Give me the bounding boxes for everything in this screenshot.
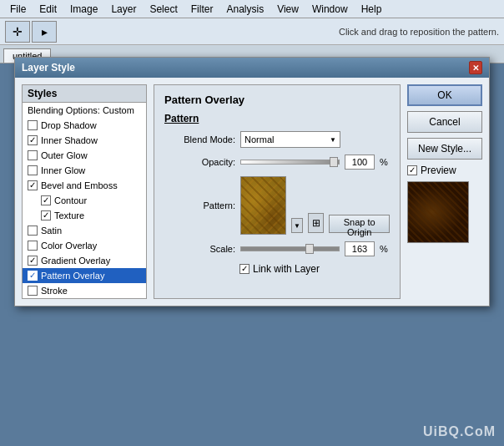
style-bevel-emboss[interactable]: ✓ Bevel and Emboss	[23, 178, 146, 193]
blend-mode-value: Normal	[244, 134, 274, 144]
blending-options-label: Blending Options: Custom	[28, 105, 134, 115]
style-color-overlay[interactable]: Color Overlay	[23, 238, 146, 253]
snap-origin-button[interactable]: Snap to Origin	[329, 215, 390, 233]
scale-label: Scale:	[164, 244, 235, 254]
blend-mode-label: Blend Mode:	[164, 134, 235, 144]
contour-label: Contour	[54, 195, 87, 205]
blending-options-item[interactable]: Blending Options: Custom	[23, 103, 146, 118]
style-contour[interactable]: ✓ Contour	[23, 193, 146, 208]
inner-glow-label: Inner Glow	[41, 165, 85, 175]
inner-glow-checkbox[interactable]	[28, 165, 38, 175]
opacity-unit: %	[380, 157, 390, 167]
inner-shadow-checkbox[interactable]: ✓	[28, 135, 38, 145]
menu-layer[interactable]: Layer	[104, 2, 143, 17]
link-layer-checkbox[interactable]: ✓	[239, 264, 249, 274]
menu-help[interactable]: Help	[355, 2, 389, 17]
menu-image[interactable]: Image	[63, 2, 104, 17]
pattern-edit-button[interactable]: ⊞	[308, 213, 324, 233]
drop-shadow-label: Drop Shadow	[41, 120, 97, 130]
style-satin[interactable]: Satin	[23, 223, 146, 238]
stroke-checkbox[interactable]	[28, 286, 38, 296]
dropdown-arrow-icon: ▼	[330, 136, 336, 144]
link-layer-row: ✓ Link with Layer	[164, 263, 390, 275]
satin-label: Satin	[41, 226, 62, 236]
pattern-label: Pattern:	[164, 200, 235, 210]
scale-slider[interactable]	[240, 246, 340, 251]
scale-unit: %	[380, 244, 390, 254]
styles-panel: Styles Blending Options: Custom Drop Sha…	[22, 84, 147, 299]
scale-row: Scale: %	[164, 241, 390, 256]
gradient-overlay-checkbox[interactable]: ✓	[28, 256, 38, 266]
style-inner-glow[interactable]: Inner Glow	[23, 163, 146, 178]
color-overlay-checkbox[interactable]	[28, 241, 38, 251]
ok-button[interactable]: OK	[407, 84, 482, 106]
opacity-slider[interactable]	[240, 160, 340, 165]
style-outer-glow[interactable]: Outer Glow	[23, 148, 146, 163]
content-sub-title: Pattern	[164, 113, 390, 124]
pattern-dropdown-button[interactable]: ▼	[291, 218, 303, 233]
opacity-slider-thumb[interactable]	[330, 157, 338, 167]
dialog-title: Layer Style	[22, 62, 75, 73]
texture-label: Texture	[54, 210, 84, 220]
style-texture[interactable]: ✓ Texture	[23, 208, 146, 223]
blend-mode-dropdown[interactable]: Normal ▼	[240, 131, 340, 148]
move-tool-icon: ✛	[13, 25, 23, 38]
menu-filter[interactable]: Filter	[184, 2, 220, 17]
style-stroke[interactable]: Stroke	[23, 283, 146, 298]
texture-checkbox[interactable]: ✓	[41, 210, 51, 220]
opacity-value-input[interactable]	[345, 155, 375, 170]
gradient-overlay-label: Gradient Overlay	[41, 256, 110, 266]
blend-mode-row: Blend Mode: Normal ▼	[164, 131, 390, 148]
bevel-emboss-checkbox[interactable]: ✓	[28, 180, 38, 190]
contour-checkbox[interactable]: ✓	[41, 195, 51, 205]
style-gradient-overlay[interactable]: ✓ Gradient Overlay	[23, 253, 146, 268]
pattern-texture	[241, 177, 285, 234]
move-tool[interactable]: ✛	[5, 21, 30, 43]
menu-select[interactable]: Select	[143, 2, 184, 17]
menu-window[interactable]: Window	[305, 2, 355, 17]
tool-arrow[interactable]: ▸	[32, 21, 57, 43]
scale-slider-thumb[interactable]	[305, 244, 314, 254]
style-drop-shadow[interactable]: Drop Shadow	[23, 118, 146, 133]
content-section-title: Pattern Overlay	[164, 94, 390, 106]
dialog-overlay: Layer Style ✕ Styles Blending Options: C…	[0, 48, 504, 446]
pattern-dropdown-arrow-icon: ▼	[294, 222, 300, 230]
menu-view[interactable]: View	[270, 2, 305, 17]
styles-panel-header: Styles	[23, 85, 146, 103]
menu-edit[interactable]: Edit	[33, 2, 63, 17]
cancel-button[interactable]: Cancel	[407, 111, 482, 133]
right-panel: OK Cancel New Style... ✓ Preview	[407, 84, 482, 299]
new-style-button[interactable]: New Style...	[407, 138, 482, 160]
opacity-row: Opacity: %	[164, 155, 390, 170]
dialog-body: Styles Blending Options: Custom Drop Sha…	[15, 78, 489, 306]
color-overlay-label: Color Overlay	[41, 241, 97, 251]
layer-style-dialog: Layer Style ✕ Styles Blending Options: C…	[14, 57, 490, 307]
pattern-overlay-label: Pattern Overlay	[41, 271, 104, 281]
bevel-emboss-label: Bevel and Emboss	[41, 180, 118, 190]
outer-glow-label: Outer Glow	[41, 150, 88, 160]
satin-checkbox[interactable]	[28, 226, 38, 236]
link-layer-label: Link with Layer	[253, 263, 320, 275]
style-inner-shadow[interactable]: ✓ Inner Shadow	[23, 133, 146, 148]
preview-checkbox-row: ✓ Preview	[407, 165, 482, 176]
arrow-icon: ▸	[42, 25, 48, 38]
outer-glow-checkbox[interactable]	[28, 150, 38, 160]
drop-shadow-checkbox[interactable]	[28, 120, 38, 130]
menu-bar: File Edit Image Layer Select Filter Anal…	[0, 0, 504, 18]
preview-thumbnail	[407, 181, 469, 243]
preview-checkbox[interactable]: ✓	[407, 165, 417, 175]
preview-texture-display	[408, 182, 468, 242]
pattern-row: Pattern: ▼ ⊞ Snap to Origin	[164, 176, 390, 235]
menu-file[interactable]: File	[3, 2, 33, 17]
content-panel: Pattern Overlay Pattern Blend Mode: Norm…	[154, 84, 401, 299]
dialog-close-button[interactable]: ✕	[469, 61, 482, 74]
menu-analysis[interactable]: Analysis	[219, 2, 270, 17]
pattern-preview[interactable]	[240, 176, 286, 235]
preview-label: Preview	[421, 165, 456, 176]
opacity-label: Opacity:	[164, 157, 235, 167]
pattern-edit-icon: ⊞	[312, 217, 320, 229]
scale-value-input[interactable]	[345, 241, 375, 256]
watermark: UiBQ.CoM	[423, 424, 496, 439]
pattern-overlay-checkbox[interactable]: ✓	[28, 271, 38, 281]
style-pattern-overlay[interactable]: ✓ Pattern Overlay	[23, 268, 146, 283]
